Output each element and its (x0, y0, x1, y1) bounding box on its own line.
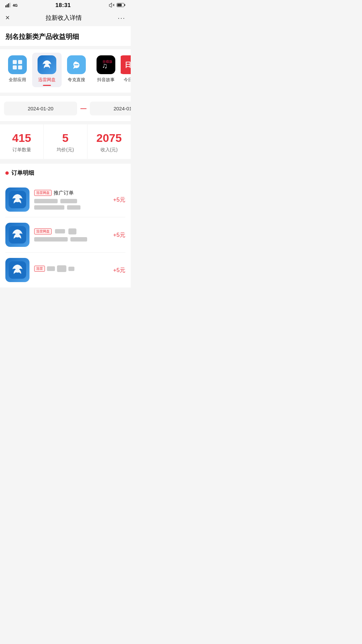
date-divider: — (80, 105, 87, 112)
svg-point-15 (77, 64, 78, 65)
order-info-blurred-2 (70, 237, 87, 241)
order-meta (34, 199, 109, 210)
network-type: 4G (13, 3, 18, 7)
svg-rect-0 (5, 5, 6, 7)
order-item[interactable]: 迅雷网盘 +5元 (5, 217, 125, 253)
kuake-icon (67, 55, 86, 74)
order-status-blurred (67, 205, 80, 210)
tab-all-apps[interactable]: 全部应用 (3, 53, 32, 87)
stat-avg-price: 5 均价(元) (44, 124, 87, 159)
douyin-label: 抖音故事 (97, 77, 115, 83)
order-badge: 迅雷网盘 (34, 190, 52, 196)
nav-bar: × 拉新收入详情 ··· (0, 10, 131, 26)
avg-price-label: 均价(元) (57, 147, 74, 153)
order-amount-3: +5元 (113, 266, 125, 274)
mute-icon (109, 3, 115, 8)
svg-text:挂载版: 挂载版 (103, 60, 112, 63)
app-tabs: 全部应用 迅雷网盘 夸克直搜 (0, 53, 131, 93)
order-badge-2: 迅雷网盘 (34, 228, 52, 234)
svg-point-13 (74, 64, 76, 65)
order-badge-3: 迅雷 (34, 266, 45, 272)
order-id-blurred-2 (34, 237, 68, 241)
revenue-label: 收入(元) (101, 147, 118, 153)
blurred-a (47, 266, 55, 271)
close-button[interactable]: × (5, 13, 10, 22)
all-apps-label: 全部应用 (9, 77, 26, 83)
status-time: 18:31 (55, 2, 71, 9)
order-type: 推广订单 (54, 190, 74, 196)
status-bar: 4G 18:31 (0, 0, 131, 10)
app-tabs-container: 全部应用 迅雷网盘 夸克直搜 (0, 49, 131, 93)
order-content-2: 迅雷网盘 (34, 228, 109, 241)
order-amount-2: +5元 (113, 231, 125, 239)
order-app-icon-2 (5, 223, 29, 247)
tab-xunlei[interactable]: 迅雷网盘 (32, 53, 62, 87)
order-section: 订单明细 迅雷网盘 推广订单 (0, 164, 131, 287)
order-id-blurred (34, 199, 58, 203)
signal-area: 4G (5, 3, 18, 8)
svg-rect-11 (13, 65, 17, 69)
battery-icon (117, 3, 125, 8)
order-blurred-title (55, 229, 65, 233)
order-item[interactable]: 迅雷网盘 推广订单 +5元 (5, 182, 125, 217)
svg-rect-8 (117, 4, 122, 6)
svg-point-14 (76, 64, 77, 65)
svg-rect-12 (18, 65, 22, 69)
end-date-input[interactable] (90, 102, 131, 115)
order-info-blurred (34, 205, 64, 210)
order-item-3[interactable]: 迅雷 +5元 (5, 253, 125, 287)
start-date-input[interactable] (4, 102, 77, 115)
order-list: 迅雷网盘 推广订单 +5元 (5, 182, 125, 287)
blurred-c (68, 267, 74, 271)
today-label: 今日 (124, 77, 131, 83)
stats-card: 415 订单数量 5 均价(元) 2075 收入(元) (0, 124, 131, 159)
order-blurred-icon (68, 228, 76, 234)
tab-kuake[interactable]: 夸克直搜 (62, 53, 91, 87)
section-title: 别名拉新类产品收益明细 (0, 26, 131, 46)
tab-douyin[interactable]: ♫ 挂载版 抖音故事 (91, 53, 121, 87)
order-app-icon-3 (5, 258, 29, 282)
blurred-b (57, 265, 66, 272)
order-section-label: 订单明细 (11, 169, 34, 177)
more-button[interactable]: ··· (118, 14, 125, 22)
active-indicator (43, 85, 51, 86)
all-apps-icon (8, 55, 27, 74)
kuake-label: 夸克直搜 (68, 77, 85, 83)
svg-rect-2 (8, 3, 9, 7)
order-header-2: 迅雷网盘 (34, 228, 109, 234)
signal-icon (5, 3, 11, 8)
revenue-value: 2075 (97, 132, 122, 144)
date-filter: — 查询 (0, 96, 131, 121)
order-header-3: 迅雷 (34, 265, 109, 272)
order-count-value: 415 (12, 132, 31, 144)
page-title: 拉新收入详情 (46, 14, 82, 22)
order-header: 迅雷网盘 推广订单 (34, 190, 109, 196)
svg-rect-1 (7, 4, 8, 7)
tab-today[interactable]: 日 今日 (121, 53, 131, 87)
xunlei-label: 迅雷网盘 (38, 77, 56, 83)
order-content: 迅雷网盘 推广订单 (34, 190, 109, 210)
stat-revenue: 2075 收入(元) (87, 124, 131, 159)
order-amount: +5元 (113, 196, 125, 204)
svg-rect-3 (9, 3, 10, 7)
order-date-blurred (60, 199, 77, 203)
order-section-title: 订单明细 (5, 169, 125, 177)
section-dot (5, 171, 9, 175)
avg-price-value: 5 (62, 132, 69, 144)
svg-rect-7 (124, 4, 125, 6)
order-app-icon (5, 187, 29, 212)
svg-rect-9 (13, 60, 17, 64)
order-content-3: 迅雷 (34, 265, 109, 275)
svg-rect-10 (18, 60, 22, 64)
stat-order-count: 415 订单数量 (0, 124, 44, 159)
order-meta-2 (34, 237, 109, 241)
xunlei-icon (38, 55, 56, 74)
status-icons (109, 3, 125, 8)
order-count-label: 订单数量 (12, 147, 31, 153)
today-icon: 日 (121, 55, 131, 74)
douyin-icon: ♫ 挂载版 (97, 55, 115, 74)
